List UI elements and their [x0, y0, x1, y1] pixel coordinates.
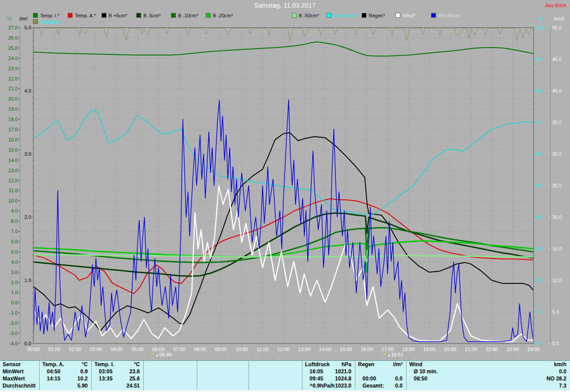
table-cell-time: 04:50: [40, 368, 61, 375]
wind-axis-label: 5.0: [552, 310, 568, 315]
temp-axis-label: 21.0: [1, 86, 18, 91]
table-column-title: Temp. I.: [92, 361, 114, 368]
table-row: 5.90: [40, 382, 91, 389]
table-cell-time: [144, 368, 151, 375]
table-cell-time: [144, 375, 151, 382]
temp-axis-label: 23.0: [1, 66, 18, 71]
humidity-axis-label: 80: [536, 89, 550, 93]
temp-axis-label: 6.0: [1, 239, 18, 244]
table-cell-value: 25.6: [130, 375, 143, 382]
sunset-marker: ☀▲16:51: [382, 352, 403, 358]
bottom-strip: [0, 390, 570, 392]
temp-axis-label: 20.0: [1, 97, 18, 101]
table-row: ^0.9hPa/h1023.0: [302, 382, 355, 389]
wind-axis-label: 15.0: [552, 247, 568, 251]
table-row: 24.51: [92, 382, 143, 389]
table-column-title: [249, 361, 252, 368]
table-column-empty-3: [197, 361, 248, 390]
time-axis-label: 21:00: [461, 347, 481, 352]
table-header-row: Temp. A.°C: [40, 361, 91, 368]
time-axis-label: 05:00: [128, 347, 147, 352]
table-cell-value: NO 28.2: [546, 375, 570, 382]
temp-axis-label: -3.0: [1, 331, 18, 336]
table-row: [355, 368, 406, 375]
table-column-unit: °C: [82, 361, 91, 368]
table-column-unit: km/h: [554, 361, 570, 368]
table-header-row: [197, 361, 248, 368]
time-axis-label: 15:00: [336, 347, 356, 352]
wind-axis-label: 0.0: [552, 341, 568, 346]
table-column-title: Luftdruck: [302, 361, 330, 368]
wind-axis-label: 35.0: [552, 120, 568, 125]
temp-axis-label: 25.0: [1, 46, 18, 51]
table-column-luftdruck: LuftdruckhPa16:051021.009:451024.8^0.9hP…: [302, 361, 355, 390]
humidity-axis-label: 0: [536, 341, 550, 346]
table-header-row: Windkm/h: [407, 361, 570, 368]
temp-axis-label: 19.0: [1, 107, 18, 112]
table-cell-value: 1021.0: [335, 368, 355, 375]
table-cell-time: [40, 382, 47, 389]
time-axis-label: 04:00: [107, 347, 126, 352]
rain-axis-label: 1.0: [20, 278, 31, 283]
table-row: 09:451024.8: [302, 375, 355, 382]
wind-axis-label: 25.0: [552, 183, 568, 188]
stats-table: SensorMinWertMaxWertDurchschnittTemp. A.…: [0, 360, 570, 391]
table-cell-time: Gesamt:: [355, 382, 384, 389]
table-column-regen: Regenl/m²00:000.0Gesamt:0.0: [355, 361, 406, 390]
temp-axis-label: 7.0: [1, 229, 18, 234]
time-axis-label: 00:00: [24, 347, 43, 352]
table-column-empty-2: [143, 361, 197, 390]
table-row-header-column: SensorMinWertMaxWertDurchschnitt: [0, 361, 39, 390]
temp-axis-label: 11.0: [1, 188, 18, 193]
rain-axis-label: 4.0: [20, 89, 31, 93]
sunrise-sun-icon: ☀: [150, 352, 155, 357]
time-axis-label: 01:00: [45, 347, 64, 352]
time-axis-label: 08:00: [190, 347, 210, 352]
table-cell-time: [197, 382, 204, 389]
rain-axis-label: 0.0: [20, 341, 31, 346]
table-row: [249, 382, 302, 389]
table-cell-time: 00:00: [355, 375, 376, 382]
table-cell-value: 0.9: [80, 368, 91, 375]
humidity-axis-label: 100: [536, 25, 550, 30]
temp-axis-label: 18.0: [1, 117, 18, 122]
time-axis-label: 07:00: [170, 347, 189, 352]
table-column-title: [144, 361, 147, 368]
wind-axis-label: 10.0: [552, 278, 568, 283]
table-cell-time: [92, 382, 99, 389]
temp-axis-label: 13.0: [1, 168, 18, 173]
wind-axis-label: 30.0: [552, 152, 568, 157]
temp-axis-label: 10.0: [1, 198, 18, 203]
time-axis-label: 14:00: [315, 347, 335, 352]
table-row: [197, 375, 248, 382]
series-line-empfang: [33, 28, 533, 42]
table-row-header: MinWert: [0, 368, 39, 375]
table-cell-time: [197, 368, 204, 375]
temp-axis-label: 9.0: [1, 209, 18, 214]
table-row: [249, 375, 302, 382]
sunrise-marker: ☀▲05:44: [150, 352, 171, 358]
time-axis-label: 24:00: [524, 347, 543, 352]
table-cell-time: Ø 10 min.: [407, 368, 438, 375]
table-cell-value: 1023.0: [335, 382, 355, 389]
time-axis-label: 09:00: [211, 347, 231, 352]
table-header-row: Regenl/m²: [355, 361, 406, 368]
temp-axis-label: 5.0: [1, 250, 18, 255]
humidity-axis-label: 20: [536, 278, 550, 283]
table-cell-value: [245, 368, 248, 375]
temp-axis-label: 14.0: [1, 158, 18, 163]
time-axis-label: 22:00: [482, 347, 501, 352]
table-row: 13:3525.6: [92, 375, 143, 382]
rain-axis-label: 2.0: [20, 215, 31, 220]
temp-axis-label: 0.0: [1, 300, 18, 305]
table-cell-time: [249, 382, 256, 389]
table-cell-value: [193, 382, 197, 389]
temp-axis-label: 17.0: [1, 127, 18, 132]
table-header-row: [249, 361, 302, 368]
wind-axis-label: 20.0: [552, 215, 568, 220]
temp-axis-label: 8.0: [1, 219, 18, 224]
table-row-header: Durchschnitt: [0, 382, 39, 389]
table-row: [144, 368, 197, 375]
time-axis-label: 23:00: [503, 347, 522, 352]
table-cell-value: [298, 382, 302, 389]
